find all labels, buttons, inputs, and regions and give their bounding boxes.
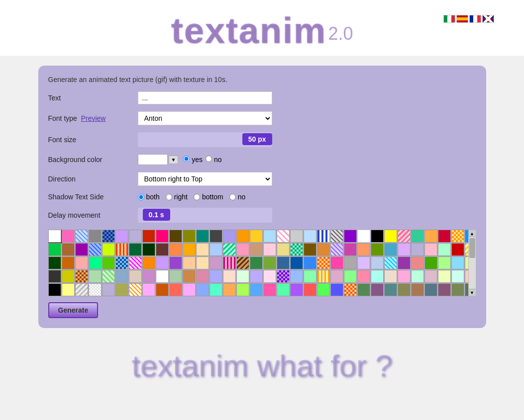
- texture-cell[interactable]: [371, 256, 384, 269]
- scroll-down-btn[interactable]: ▼: [469, 289, 476, 296]
- texture-cell[interactable]: [62, 270, 75, 283]
- texture-cell[interactable]: [263, 230, 276, 243]
- texture-cell[interactable]: [465, 243, 468, 256]
- texture-cell[interactable]: [62, 256, 75, 269]
- texture-cell[interactable]: [330, 230, 343, 243]
- texture-cell[interactable]: [263, 270, 276, 283]
- texture-cell[interactable]: [290, 283, 303, 296]
- scroll-up-btn[interactable]: ▲: [469, 230, 476, 237]
- texture-cell[interactable]: [357, 230, 370, 243]
- texture-cell[interactable]: [250, 230, 263, 243]
- texture-cell[interactable]: [196, 270, 209, 283]
- texture-cell[interactable]: [75, 230, 88, 243]
- texture-cell[interactable]: [277, 283, 290, 296]
- texture-cell[interactable]: [210, 256, 222, 269]
- texture-cell[interactable]: [75, 243, 88, 256]
- texture-cell[interactable]: [236, 270, 249, 283]
- texture-cell[interactable]: [290, 243, 303, 256]
- texture-cell[interactable]: [411, 243, 424, 256]
- texture-cell[interactable]: [48, 283, 61, 296]
- texture-cell[interactable]: [156, 256, 169, 269]
- texture-cell[interactable]: [210, 270, 222, 283]
- texture-cell[interactable]: [115, 230, 128, 243]
- texture-cell[interactable]: [451, 256, 464, 269]
- texture-cell[interactable]: [129, 243, 142, 256]
- texture-cell[interactable]: [277, 243, 290, 256]
- texture-cell[interactable]: [317, 256, 330, 269]
- texture-cell[interactable]: [424, 283, 437, 296]
- texture-cell[interactable]: [371, 230, 384, 243]
- texture-cell[interactable]: [196, 243, 209, 256]
- direction-select[interactable]: Bottom right to Top Left to Right Right …: [138, 172, 272, 186]
- texture-cell[interactable]: [48, 230, 61, 243]
- texture-cell[interactable]: [344, 243, 357, 256]
- texture-cell[interactable]: [398, 256, 411, 269]
- texture-cell[interactable]: [317, 270, 330, 283]
- texture-scrollbar[interactable]: ▲ ▼: [468, 230, 476, 296]
- texture-cell[interactable]: [290, 256, 303, 269]
- texture-cell[interactable]: [317, 230, 330, 243]
- texture-cell[interactable]: [210, 230, 222, 243]
- texture-cell[interactable]: [438, 230, 451, 243]
- texture-cell[interactable]: [317, 283, 330, 296]
- texture-cell[interactable]: [142, 270, 155, 283]
- shadow-no-option[interactable]: no: [229, 193, 246, 201]
- texture-cell[interactable]: [129, 270, 142, 283]
- texture-cell[interactable]: [236, 230, 249, 243]
- texture-cell[interactable]: [48, 270, 61, 283]
- texture-cell[interactable]: [304, 230, 316, 243]
- texture-cell[interactable]: [102, 243, 115, 256]
- texture-cell[interactable]: [223, 230, 236, 243]
- texture-cell[interactable]: [465, 283, 468, 296]
- shadow-right-option[interactable]: right: [166, 193, 188, 201]
- language-flags[interactable]: [443, 15, 494, 23]
- texture-cell[interactable]: [330, 270, 343, 283]
- shadow-both-option[interactable]: both: [138, 193, 160, 201]
- texture-cell[interactable]: [223, 256, 236, 269]
- texture-cell[interactable]: [142, 243, 155, 256]
- texture-cell[interactable]: [411, 270, 424, 283]
- texture-cell[interactable]: [142, 256, 155, 269]
- flag-english[interactable]: [482, 15, 494, 23]
- texture-cell[interactable]: [62, 230, 75, 243]
- texture-cell[interactable]: [169, 270, 182, 283]
- shadow-right-radio[interactable]: [166, 194, 172, 200]
- texture-cell[interactable]: [424, 256, 437, 269]
- texture-cell[interactable]: [62, 243, 75, 256]
- texture-cell[interactable]: [277, 256, 290, 269]
- texture-cell[interactable]: [183, 270, 196, 283]
- texture-cell[interactable]: [196, 283, 209, 296]
- font-preview-link[interactable]: Preview: [81, 114, 106, 122]
- texture-cell[interactable]: [102, 283, 115, 296]
- texture-cell[interactable]: [304, 243, 316, 256]
- texture-cell[interactable]: [304, 256, 316, 269]
- texture-cell[interactable]: [330, 283, 343, 296]
- texture-cell[interactable]: [75, 283, 88, 296]
- texture-cell[interactable]: [223, 270, 236, 283]
- texture-cell[interactable]: [357, 270, 370, 283]
- texture-cell[interactable]: [183, 283, 196, 296]
- texture-cell[interactable]: [263, 243, 276, 256]
- texture-cell[interactable]: [48, 243, 61, 256]
- texture-cell[interactable]: [398, 243, 411, 256]
- bg-yes-radio[interactable]: [183, 156, 190, 162]
- texture-cell[interactable]: [424, 243, 437, 256]
- texture-cell[interactable]: [424, 270, 437, 283]
- texture-cell[interactable]: [398, 230, 411, 243]
- texture-cell[interactable]: [156, 283, 169, 296]
- bg-color-dropdown-btn[interactable]: ▼: [169, 156, 179, 164]
- texture-cell[interactable]: [236, 243, 249, 256]
- flag-spanish[interactable]: [456, 15, 468, 23]
- texture-cell[interactable]: [156, 230, 169, 243]
- texture-cell[interactable]: [169, 230, 182, 243]
- texture-cell[interactable]: [384, 230, 397, 243]
- texture-cell[interactable]: [371, 243, 384, 256]
- texture-cell[interactable]: [411, 283, 424, 296]
- texture-cell[interactable]: [169, 256, 182, 269]
- texture-cell[interactable]: [169, 283, 182, 296]
- texture-cell[interactable]: [263, 256, 276, 269]
- texture-cell[interactable]: [236, 256, 249, 269]
- texture-cell[interactable]: [210, 283, 222, 296]
- generate-button[interactable]: Generate: [48, 302, 99, 318]
- texture-cell[interactable]: [424, 230, 437, 243]
